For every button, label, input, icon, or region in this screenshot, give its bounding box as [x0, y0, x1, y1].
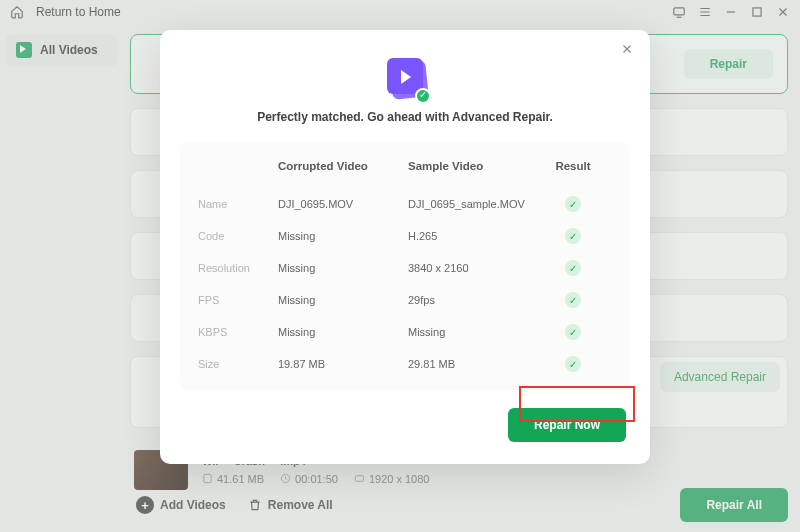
row-sample: H.265	[408, 230, 548, 242]
row-sample: 29fps	[408, 294, 548, 306]
row-sample: 3840 x 2160	[408, 262, 548, 274]
check-icon: ✓	[565, 196, 581, 212]
row-label: Name	[198, 198, 278, 210]
row-label: Code	[198, 230, 278, 242]
close-icon[interactable]	[620, 42, 636, 58]
advanced-repair-modal: Perfectly matched. Go ahead with Advance…	[160, 30, 650, 464]
modal-message: Perfectly matched. Go ahead with Advance…	[160, 110, 650, 124]
repair-now-button[interactable]: Repair Now	[508, 408, 626, 442]
col-corrupted: Corrupted Video	[278, 160, 408, 172]
table-row: Size 19.87 MB 29.81 MB ✓	[198, 348, 612, 380]
table-row: KBPS Missing Missing ✓	[198, 316, 612, 348]
row-corrupted: Missing	[278, 230, 408, 242]
table-row: Resolution Missing 3840 x 2160 ✓	[198, 252, 612, 284]
row-sample: 29.81 MB	[408, 358, 548, 370]
row-corrupted: Missing	[278, 294, 408, 306]
row-label: Resolution	[198, 262, 278, 274]
check-icon: ✓	[565, 356, 581, 372]
modal-footer: Repair Now	[160, 390, 650, 442]
row-sample: DJI_0695_sample.MOV	[408, 198, 548, 210]
check-icon: ✓	[565, 260, 581, 276]
matched-video-icon	[383, 56, 427, 100]
row-corrupted: DJI_0695.MOV	[278, 198, 408, 210]
check-icon: ✓	[565, 292, 581, 308]
row-corrupted: Missing	[278, 262, 408, 274]
row-sample: Missing	[408, 326, 548, 338]
row-corrupted: Missing	[278, 326, 408, 338]
col-result: Result	[548, 160, 598, 172]
check-icon: ✓	[565, 228, 581, 244]
col-sample: Sample Video	[408, 160, 548, 172]
table-row: Name DJI_0695.MOV DJI_0695_sample.MOV ✓	[198, 188, 612, 220]
row-corrupted: 19.87 MB	[278, 358, 408, 370]
row-label: FPS	[198, 294, 278, 306]
row-label: KBPS	[198, 326, 278, 338]
comparison-table: Corrupted Video Sample Video Result Name…	[180, 142, 630, 390]
table-row: FPS Missing 29fps ✓	[198, 284, 612, 316]
check-icon: ✓	[565, 324, 581, 340]
table-header: Corrupted Video Sample Video Result	[198, 160, 612, 172]
row-label: Size	[198, 358, 278, 370]
table-row: Code Missing H.265 ✓	[198, 220, 612, 252]
